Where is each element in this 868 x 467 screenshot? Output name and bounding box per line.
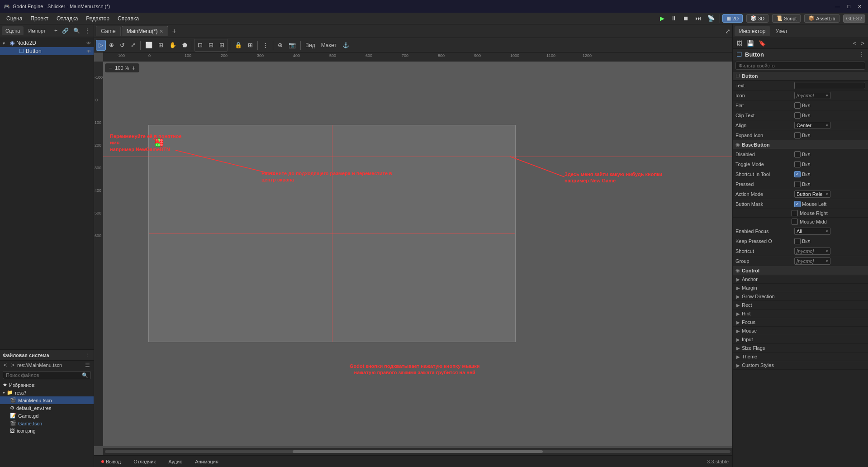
- rect-collapsible[interactable]: ▶ Rect: [733, 301, 868, 310]
- output-tab[interactable]: Вывод: [98, 458, 124, 465]
- maximize-viewport-button[interactable]: ⤢: [725, 28, 730, 35]
- button-visibility[interactable]: 👁: [86, 49, 91, 54]
- fs-search-input[interactable]: [3, 371, 91, 379]
- toggle-mode-checkbox[interactable]: [794, 161, 801, 167]
- menu-debug[interactable]: Отладка: [53, 14, 81, 23]
- margin-collapsible[interactable]: ▶ Margin: [733, 284, 868, 292]
- flat-checkbox[interactable]: [794, 102, 801, 109]
- snap-pixels-button[interactable]: ⊞: [217, 40, 227, 51]
- group-dropdown[interactable]: [пусто] ▾: [794, 257, 830, 265]
- shortcut-in-tool-checkbox[interactable]: [794, 171, 801, 177]
- node-tab[interactable]: Узел: [771, 26, 792, 36]
- inspector-bookmark-button[interactable]: 🔖: [757, 39, 768, 48]
- fs-forward-button[interactable]: >: [9, 362, 16, 369]
- focus-collapsible[interactable]: ▶ Focus: [733, 318, 868, 327]
- view-label[interactable]: Вид: [303, 41, 318, 49]
- step-button[interactable]: ⏭: [693, 13, 704, 24]
- add-node-button[interactable]: +: [52, 27, 59, 35]
- maximize-button[interactable]: □: [844, 3, 853, 10]
- inspector-tab[interactable]: Инспектор: [735, 26, 770, 36]
- rect-tool-button[interactable]: ⬜: [142, 40, 155, 51]
- mode-3d-button[interactable]: 🎲 3D: [746, 14, 768, 23]
- menu-help[interactable]: Справка: [114, 14, 142, 23]
- shortcut-dropdown[interactable]: [пусто] ▾: [794, 248, 830, 255]
- anchor-label[interactable]: ⚓: [340, 41, 352, 49]
- grow-direction-collapsible[interactable]: ▶ Grow Direction: [733, 292, 868, 301]
- enabled-focus-dropdown[interactable]: All ▾: [794, 228, 830, 235]
- scale-tool-button[interactable]: ⤢: [128, 40, 138, 51]
- remote-button[interactable]: 📡: [705, 13, 717, 24]
- inspector-nav-prev-button[interactable]: <: [851, 39, 859, 48]
- snap-tool-button[interactable]: ⊞: [156, 40, 166, 51]
- menu-scene[interactable]: Сцена: [3, 14, 26, 23]
- mode-assetlib-button[interactable]: 📦 AssetLib: [804, 14, 839, 23]
- audio-tab[interactable]: Аудио: [165, 458, 186, 465]
- tab-mainmenu-close[interactable]: ✕: [159, 29, 163, 34]
- pressed-checkbox[interactable]: [794, 181, 801, 187]
- expand-icon-checkbox[interactable]: [794, 132, 801, 138]
- size-flags-collapsible[interactable]: ▶ Size Flags: [733, 344, 868, 353]
- mode-script-button[interactable]: 📜 Script: [772, 14, 801, 23]
- node2d-visibility[interactable]: 👁: [86, 41, 91, 46]
- mouse-right-checkbox[interactable]: [792, 210, 798, 216]
- layout-label[interactable]: Макет: [318, 41, 339, 49]
- input-collapsible[interactable]: ▶ Input: [733, 335, 868, 344]
- stop-button[interactable]: ⏹: [680, 13, 692, 24]
- fs-item-gamegd[interactable]: 📝 Game.gd: [0, 412, 94, 419]
- filter-input[interactable]: [735, 62, 865, 70]
- fs-options-button[interactable]: ⋮: [83, 352, 91, 358]
- tab-import[interactable]: Импорт: [24, 26, 49, 35]
- text-prop-input[interactable]: [794, 82, 865, 89]
- lock-button[interactable]: 🔒: [232, 40, 245, 51]
- control-section-header[interactable]: ◉ Control: [733, 266, 868, 275]
- fs-item-defaultenv[interactable]: ⚙ default_env.tres: [0, 404, 94, 412]
- scene-options-button[interactable]: ⋮: [83, 27, 92, 35]
- fs-item-res[interactable]: ▾ 📁 res://: [0, 389, 94, 396]
- snap-grid-button[interactable]: ⊡: [195, 40, 205, 51]
- anchor-collapsible[interactable]: ▶ Anchor: [733, 275, 868, 284]
- snap-guides-button[interactable]: ⊟: [206, 40, 216, 51]
- canvas-viewport-area[interactable]: Переименуйте её в понятное имянапример N…: [103, 62, 732, 446]
- scrollbar-horizontal[interactable]: [103, 448, 732, 455]
- base-button-section-header[interactable]: ◉ BaseButton: [733, 140, 868, 149]
- pause-button[interactable]: ⏸: [668, 13, 679, 24]
- move-tool-button[interactable]: ⊕: [106, 40, 117, 51]
- tab-game[interactable]: Game: [96, 26, 121, 36]
- history-next-button[interactable]: 💾: [745, 39, 756, 48]
- tab-mainmenu[interactable]: MainMenu(*) ✕: [122, 26, 169, 36]
- add-tab-button[interactable]: +: [169, 26, 179, 36]
- zoom-plus-button[interactable]: +: [131, 64, 136, 71]
- pivot-button[interactable]: ⊕: [275, 40, 285, 51]
- mouse-collapsible[interactable]: ▶ Mouse: [733, 327, 868, 335]
- disabled-checkbox[interactable]: [794, 151, 801, 157]
- mouse-midd-checkbox[interactable]: [792, 219, 798, 225]
- fs-item-mainmenu[interactable]: 🎬 MainMenu.tscn: [0, 396, 94, 404]
- polygon-tool-button[interactable]: ⬟: [180, 40, 190, 51]
- tree-item-button[interactable]: ☐ Button 👁: [0, 47, 94, 55]
- camera-button[interactable]: 📷: [286, 40, 299, 51]
- hint-collapsible[interactable]: ▶ Hint: [733, 310, 868, 318]
- fs-item-gametscn[interactable]: 🎬 Game.tscn: [0, 419, 94, 427]
- custom-styles-collapsible[interactable]: ▶ Custom Styles: [733, 361, 868, 370]
- zoom-minus-button[interactable]: −: [108, 64, 113, 71]
- link-scene-button[interactable]: 🔗: [60, 27, 71, 35]
- select-tool-button[interactable]: ▷: [96, 40, 106, 51]
- canvas-container[interactable]: -100 0 100 200 300 400 500 600 700 800 9…: [94, 52, 732, 455]
- menu-project[interactable]: Проект: [27, 14, 52, 23]
- mouse-left-checkbox[interactable]: [794, 201, 801, 207]
- inspector-node-menu[interactable]: ⋮: [859, 51, 864, 57]
- button-section-header[interactable]: ☐ Button: [733, 71, 868, 81]
- pan-tool-button[interactable]: ✋: [166, 40, 179, 51]
- action-mode-dropdown[interactable]: Button Rele ▾: [794, 191, 830, 198]
- tree-item-node2d[interactable]: ▾ ◉ Node2D 👁: [0, 39, 94, 47]
- fs-back-button[interactable]: <: [2, 362, 9, 369]
- tab-scene[interactable]: Сцена: [2, 26, 24, 35]
- menu-editor[interactable]: Редактор: [82, 14, 113, 23]
- debugger-tab[interactable]: Отладчик: [130, 458, 159, 465]
- theme-collapsible[interactable]: ▶ Theme: [733, 353, 868, 361]
- icon-prop-dropdown[interactable]: [пусто] ▾: [794, 92, 830, 99]
- mode-2d-button[interactable]: ▦ 2D: [722, 14, 743, 23]
- play-button[interactable]: ▶: [657, 13, 667, 24]
- minimize-button[interactable]: —: [832, 3, 843, 10]
- more-options-button[interactable]: ⋮: [260, 40, 271, 51]
